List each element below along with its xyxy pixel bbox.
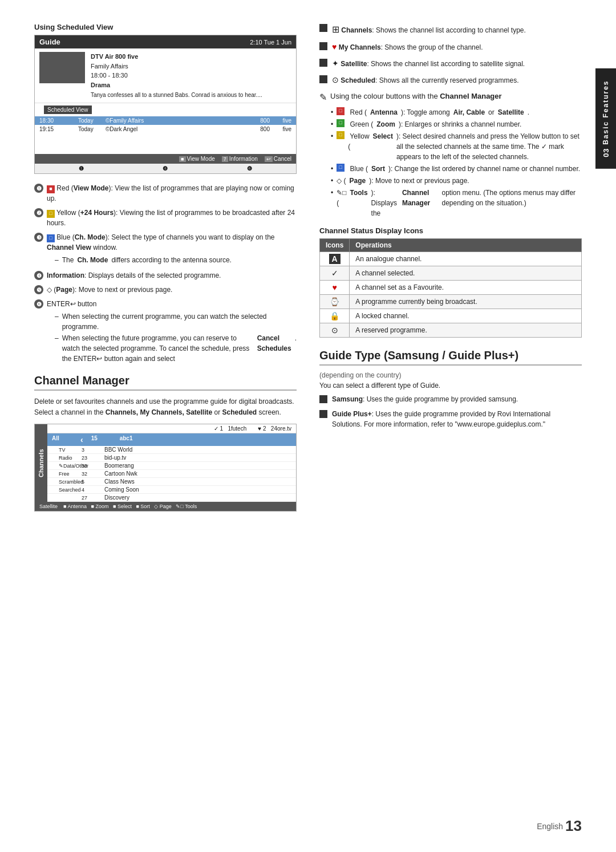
schedule-row-4 xyxy=(35,144,296,154)
satellite-icon: ✦ xyxy=(332,59,339,68)
cm-row-free: Free 32 Cartoon Nwk xyxy=(47,470,296,478)
yellow-icon: □ xyxy=(47,210,55,218)
guide-type-desc: You can select a different type of Guide… xyxy=(319,382,582,390)
item-6-content: ENTER↩ button When selecting the current… xyxy=(47,299,297,365)
colour-buttons-note-row: ✎ Using the colour buttons with the Chan… xyxy=(319,92,582,103)
scheduled-view-label-row: Scheduled View xyxy=(35,103,296,116)
icon-broadcast: ⌚ xyxy=(320,295,350,309)
item-1-content: ■ Red (View Mode): View the list of prog… xyxy=(47,183,297,204)
colour-buttons-note: Using the colour buttons with the Channe… xyxy=(330,92,502,100)
bullet-mychannels: ♥ My Channels: Shows the group of the ch… xyxy=(319,41,582,53)
status-row-selected: ✓ A channel selected. xyxy=(320,266,582,281)
cm-type-searched: Searched xyxy=(59,487,76,493)
num-1: ❶ xyxy=(34,184,43,193)
blue-icon: □ xyxy=(47,234,55,242)
channel-manager-section: Channel Manager Delete or set favourites… xyxy=(34,374,297,512)
row1-day: Today xyxy=(78,117,101,124)
bullet-channels: ⊞ Channels: Shows the channel list accor… xyxy=(319,23,582,36)
cm-num-32: 32 xyxy=(82,471,99,477)
guide-title: Guide xyxy=(39,38,60,46)
cm-row-data: ✎Data/Other 33 Boomerang xyxy=(47,462,296,470)
row1-time: 18:30 xyxy=(39,117,74,124)
cm-num-33: 33 xyxy=(82,463,99,469)
guide-type-heading: Guide Type (Samsung / Guide Plus+) xyxy=(319,349,582,366)
cm-name-bidup: bid-up.tv xyxy=(104,455,291,461)
channel-manager-heading: Channel Manager xyxy=(34,374,297,391)
list-item-6: ❻ ENTER↩ button When selecting the curre… xyxy=(34,299,297,365)
schedule-row-2: 19:15 Today ©Dark Angel 800 five xyxy=(35,125,296,133)
op-selected: A channel selected. xyxy=(350,266,582,281)
cm-type-data: ✎Data/Other xyxy=(59,463,76,469)
top-item-2: ♥ 2 24ore.tv xyxy=(258,425,291,432)
icon-locked: 🔒 xyxy=(320,309,350,323)
row1-extra: five xyxy=(274,117,291,124)
page-number: 13 xyxy=(565,817,582,835)
bullet-sq-3 xyxy=(319,59,327,67)
scheduled-text: ⊙ Scheduled: Shows all the currently res… xyxy=(332,74,518,86)
op-broadcast: A programme currently being broadcast. xyxy=(350,295,582,309)
list-item-1: ❶ ■ Red (View Mode): View the list of pr… xyxy=(34,183,297,204)
list-item-2: ❷ □ Yellow (+24 Hours): Viewing the list… xyxy=(34,208,297,228)
icon-reserved: ⊙ xyxy=(320,323,350,338)
status-row-analogue: A An analogue channel. xyxy=(320,252,582,266)
cm-num-27: 27 xyxy=(82,495,99,501)
guide-time: 2:10 Tue 1 Jun xyxy=(250,39,291,46)
icon-favourite: ♥ xyxy=(320,281,350,295)
bullet-scheduled: ⊙ Scheduled: Shows all the currently res… xyxy=(319,74,582,86)
bullet-satellite: ✦ Satellite: Shows the channel list acco… xyxy=(319,58,582,70)
guide-info-text: DTV Air 800 five Family Affairs 18:00 - … xyxy=(91,52,262,99)
row2-num: 800 xyxy=(250,126,270,132)
item-3-content: □ Blue (Ch. Mode): Select the type of ch… xyxy=(47,232,297,266)
channel-status-section: Channel Status Display Icons Icons Opera… xyxy=(319,226,582,338)
chapter-title: Basic Features xyxy=(602,80,610,144)
num-2: ❷ xyxy=(34,208,43,217)
cm-row-scrambled: Scrambled 5 Class News xyxy=(47,478,296,486)
guide-ui: Guide 2:10 Tue 1 Jun DTV Air 800 five Fa… xyxy=(34,35,297,174)
colour-bullets: □ Red (Antenna): Toggle among Air, Cable… xyxy=(331,107,582,218)
program-genre: Drama xyxy=(91,80,262,90)
cm-arrow: ‹ xyxy=(80,435,83,444)
op-favourite: A channel set as a Favourite. xyxy=(350,281,582,295)
bullet-sq-1 xyxy=(319,24,327,32)
icon-selected: ✓ xyxy=(320,266,350,281)
left-column: Using Scheduled View Guide 2:10 Tue 1 Ju… xyxy=(34,23,297,517)
num-5: ❺ xyxy=(34,285,43,294)
channel-manager-desc: Delete or set favourites channels and us… xyxy=(34,396,297,418)
cm-sidebar-label: Channels xyxy=(35,424,47,502)
row2-day: Today xyxy=(78,126,101,132)
sub-item-6-2: When selecting the future programme, you… xyxy=(55,333,297,364)
guideplus-text: Guide Plus+: Uses the guide programme pr… xyxy=(332,409,582,429)
cm-top-row: ✓ 1 1futech ♥ 2 24ore.tv xyxy=(47,424,296,433)
cm-name-boomerang: Boomerang xyxy=(104,462,291,469)
cm-footer: Satellite ■ Antenna ■ Zoom ■ Select ■ So… xyxy=(35,502,296,511)
status-table: Icons Operations A An analogue channel. xyxy=(319,238,582,338)
item-2-content: □ Yellow (+24 Hours): Viewing the list o… xyxy=(47,208,297,228)
channel-manager-ui: Channels ✓ 1 1futech ♥ 2 24ore.tv All ‹ … xyxy=(34,424,297,512)
cm-name-bbc: BBC World xyxy=(104,447,291,453)
guide-header: Guide 2:10 Tue 1 Jun xyxy=(35,35,296,48)
sub-item-6-1: When selecting the current programme, yo… xyxy=(55,311,297,332)
list-item-3: ❸ □ Blue (Ch. Mode): Select the type of … xyxy=(34,232,297,266)
num-4: ❹ xyxy=(34,271,43,280)
colour-tools: ✎□ (Tools): Displays the Channel Manager… xyxy=(331,188,582,218)
item-4-content: Information: Displays details of the sel… xyxy=(47,270,297,281)
program-show: Family Affairs xyxy=(91,62,262,71)
cm-header: Channels ✓ 1 1futech ♥ 2 24ore.tv All ‹ … xyxy=(35,424,296,502)
num-3: ❸ xyxy=(34,233,43,242)
cm-num-23: 23 xyxy=(82,455,99,461)
cm-num-15: 15 xyxy=(91,435,114,444)
cm-type-free: Free xyxy=(59,471,76,477)
cm-row-tv: TV 3 BBC World xyxy=(47,446,296,454)
chapter-number: 03 xyxy=(602,148,610,157)
yellow-sq-icon: □ xyxy=(337,131,345,139)
guide-type-section: Guide Type (Samsung / Guide Plus+) (depe… xyxy=(319,349,582,429)
icon-analogue: A xyxy=(320,252,350,266)
heart-icon: ♥ xyxy=(332,42,337,51)
op-analogue: An analogue channel. xyxy=(350,252,582,266)
cm-num-5: 5 xyxy=(82,479,99,485)
cm-name-comingsoon: Coming Soon xyxy=(104,486,291,493)
colour-yellow: □ Yellow (Select): Select desired channe… xyxy=(331,131,582,162)
status-row-favourite: ♥ A channel set as a Favourite. xyxy=(320,281,582,295)
status-row-locked: 🔒 A locked channel. xyxy=(320,309,582,323)
channels-text: ⊞ Channels: Shows the channel list accor… xyxy=(332,23,526,36)
